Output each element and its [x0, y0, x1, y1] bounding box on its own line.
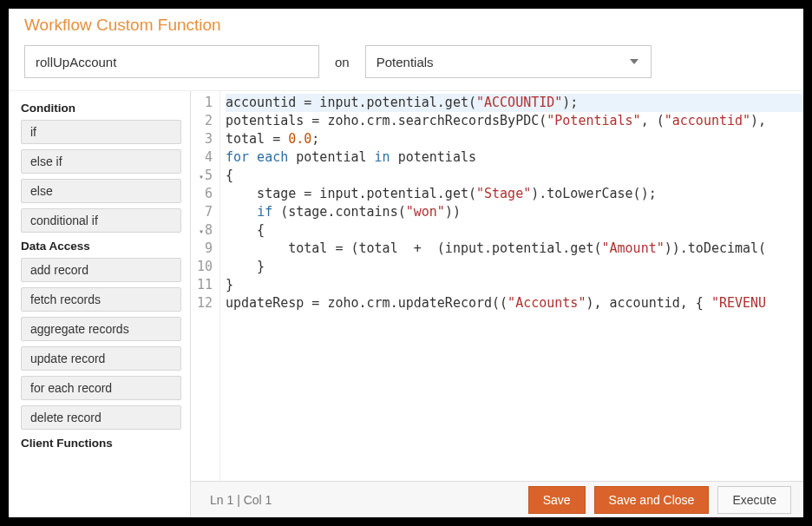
- sidebar-item[interactable]: for each record: [21, 376, 181, 400]
- code-line[interactable]: }: [226, 258, 803, 276]
- line-number: ▾5: [196, 167, 213, 185]
- module-select-value: Potentials: [377, 55, 434, 69]
- code-line[interactable]: if (stage.contains("won")): [226, 203, 803, 221]
- module-select[interactable]: Potentials: [365, 45, 652, 78]
- sidebar-item[interactable]: update record: [21, 346, 181, 371]
- code-editor[interactable]: 1234▾567▾89101112 accountid = input.pote…: [191, 91, 803, 481]
- sidebar-item[interactable]: conditional if: [21, 208, 181, 233]
- sidebar-item[interactable]: delete record: [21, 405, 181, 430]
- code-line[interactable]: updateResp = zoho.crm.updateRecord(("Acc…: [226, 294, 803, 312]
- sidebar-item[interactable]: if: [21, 120, 181, 144]
- code-line[interactable]: total = (total + (input.potential.get("A…: [226, 240, 803, 258]
- sidebar-item[interactable]: else: [21, 179, 181, 203]
- editor-pane: 1234▾567▾89101112 accountid = input.pote…: [191, 91, 803, 517]
- line-number: 1: [196, 94, 213, 112]
- workflow-editor-window: Workflow Custom Function on Potentials C…: [9, 9, 803, 517]
- line-number: 11: [196, 276, 213, 294]
- sidebar-item[interactable]: else if: [21, 149, 181, 174]
- save-button[interactable]: Save: [528, 486, 586, 514]
- sidebar-group-title: Client Functions: [21, 437, 181, 450]
- sidebar-group-title: Data Access: [21, 240, 181, 253]
- chevron-down-icon: [630, 59, 638, 64]
- status-bar: Ln 1 | Col 1 Save Save and Close Execute: [191, 481, 803, 517]
- code-line[interactable]: {: [226, 221, 803, 240]
- sidebar-item[interactable]: fetch records: [21, 287, 181, 312]
- header-row: on Potentials: [9, 36, 803, 90]
- editor-code[interactable]: accountid = input.potential.get("ACCOUNT…: [220, 91, 803, 481]
- line-number: 2: [196, 112, 213, 130]
- line-number: 7: [196, 203, 213, 221]
- cursor-position: Ln 1 | Col 1: [210, 493, 272, 507]
- editor-gutter: 1234▾567▾89101112: [191, 91, 220, 481]
- sidebar-group-title: Condition: [21, 102, 181, 115]
- line-number: 10: [196, 258, 213, 276]
- on-label: on: [335, 55, 350, 69]
- execute-button[interactable]: Execute: [717, 486, 791, 514]
- code-line[interactable]: for each potential in potentials: [226, 148, 803, 167]
- code-line[interactable]: total = 0.0;: [226, 130, 803, 148]
- line-number: 6: [196, 185, 213, 203]
- code-line[interactable]: stage = input.potential.get("Stage").toL…: [226, 185, 803, 203]
- code-line[interactable]: potentials = zoho.crm.searchRecordsByPDC…: [226, 112, 803, 130]
- main-area: Conditionifelse ifelseconditional ifData…: [9, 90, 803, 517]
- line-number: 9: [196, 240, 213, 258]
- sidebar: Conditionifelse ifelseconditional ifData…: [9, 91, 191, 517]
- line-number: ▾8: [196, 221, 213, 240]
- function-name-input[interactable]: [24, 45, 319, 78]
- code-line[interactable]: {: [226, 167, 803, 185]
- code-line[interactable]: }: [226, 276, 803, 294]
- page-title: Workflow Custom Function: [9, 9, 803, 36]
- code-line[interactable]: accountid = input.potential.get("ACCOUNT…: [226, 94, 803, 112]
- line-number: 3: [196, 130, 213, 148]
- action-buttons: Save Save and Close Execute: [528, 486, 791, 514]
- line-number: 12: [196, 294, 213, 312]
- save-and-close-button[interactable]: Save and Close: [594, 486, 710, 514]
- sidebar-item[interactable]: aggregate records: [21, 317, 181, 341]
- sidebar-item[interactable]: add record: [21, 258, 181, 282]
- line-number: 4: [196, 148, 213, 167]
